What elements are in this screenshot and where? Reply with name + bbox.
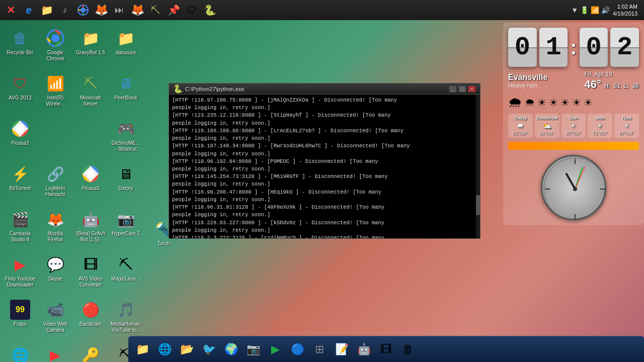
taskbar-film-icon[interactable]: 🎞 (376, 339, 396, 359)
taskbar-folder-icon[interactable]: 📁 (132, 339, 152, 359)
taskbar-folder2-icon[interactable]: 📂 (177, 339, 197, 359)
forecast-tomorrow: Tomorrow ⛅ 61°/41° (535, 114, 559, 138)
dxtory-icon[interactable]: 🖥 Dxtory (108, 161, 143, 206)
forecast-mon: Mon ☀ 71°/55° (588, 114, 612, 138)
terminal-line: [HTTP !119.2.3.222:3128 ] - [rjdiNmRUcD … (172, 234, 473, 238)
svg-point-20 (573, 187, 577, 191)
taskbar-globe-icon[interactable]: 🌍 (221, 339, 241, 359)
gateway-icon[interactable]: 🌐 Gateway Registration (3, 342, 38, 362)
desktop-icons-area: 🗑 Recycle Bin Google Chrome 📁 GravyBot 1… (0, 23, 146, 332)
peerblock-icon[interactable]: 🖥 PeerBlock (108, 70, 143, 116)
intel-icon[interactable]: 📶 Intel(R) Wirele... (38, 70, 73, 116)
svg-line-17 (567, 174, 575, 189)
cain-icon[interactable]: 🔑 Cain (73, 342, 108, 362)
avs-icon[interactable]: 🎞 AVS Video Converter (73, 251, 108, 297)
wifi-icon: 📶 (591, 6, 599, 14)
logmein-icon[interactable]: 🔗 LogMeIn Hamachi (38, 161, 73, 206)
svg-point-1 (80, 8, 86, 13)
picasa-icon[interactable]: Picasa3 (3, 116, 38, 161)
terminal-line: people logging in, retry soon.] (172, 150, 473, 158)
chrome-desktop-icon[interactable]: Google Chrome (38, 25, 73, 70)
folder-taskbar-icon[interactable]: 📁 (39, 2, 55, 18)
taskbar-note-icon[interactable]: 📝 (332, 339, 352, 359)
recycle-bin-icon[interactable]: 🗑 Recycle Bin (3, 25, 38, 70)
weather-info: Evansville Heavy rain Fri, Apr 19 46° H:… (508, 71, 639, 91)
ie-icon[interactable]: e (21, 2, 37, 18)
forecast-sun: Sun ☀ 67°/50° (561, 114, 586, 138)
flvto2-icon[interactable]: ▶ Flvto Youtube (38, 342, 73, 362)
close-icon[interactable]: ✕ (3, 2, 19, 18)
sun-icon2: ☀ (549, 97, 558, 109)
volume-icon: 🔊 (601, 6, 610, 14)
rain-icon2: 🌧 (525, 97, 535, 108)
avg-icon[interactable]: 🛡 AVG 2013 (3, 70, 38, 116)
mediahuman-icon[interactable]: 🎵 MediaHuman YouTube to... (108, 297, 143, 342)
taskbar-bottom: 📁 🌐 📂 🐦 🌍 📷 ▶ 🔵 ⊞ 📝 🤖 🎞 🗑 (128, 336, 644, 362)
taskbar-bird-icon[interactable]: 🐦 (199, 339, 219, 359)
music-icon[interactable]: ♪ (57, 2, 73, 18)
fraps-icon[interactable]: 99 Fraps (3, 297, 38, 342)
taskbar-browser-icon[interactable]: 🌐 (154, 339, 175, 359)
clock-face (542, 156, 608, 222)
dropdown-icon[interactable]: ▼ (571, 6, 578, 14)
flvto-icon[interactable]: ▶ Flvto Youtube Downloader (3, 251, 38, 297)
taskbar-android-icon[interactable]: 🤖 (354, 339, 374, 359)
stamp-icon[interactable]: 📌 (166, 2, 182, 18)
hypercam-icon[interactable]: 📷 HyperCam 2 (108, 206, 143, 251)
weather-forecast: Today 🌧 51°/36° Tomorrow ⛅ 61°/41° Sun ☀… (508, 114, 639, 138)
terminal-line: people logging in, retry soon.] (172, 211, 473, 219)
bittorrent-icon[interactable]: ⚡ BitTorrent (3, 161, 38, 206)
taskbar-media-icon[interactable]: ▶ (265, 339, 285, 359)
terminal-line: [HTTP !119.145.254.73:3128 ] - [M619RGfF… (172, 173, 473, 180)
chrome-taskbar-icon[interactable] (75, 2, 91, 18)
taskbar-trash-icon[interactable]: 🗑 (398, 339, 418, 359)
firefox-desktop-icon[interactable]: 🦊 Mozilla Firefox (38, 206, 73, 251)
terminal-line: people logging in, retry soon.] (172, 227, 473, 234)
python-taskbar-icon[interactable]: 🐍 (202, 2, 218, 18)
minimize-button[interactable]: _ (449, 85, 457, 93)
firefox2-taskbar-icon[interactable]: 🦊 (129, 2, 145, 18)
terminal-line: [HTTP !118.96.31.91:3128 ] - [40F0eXU9k … (172, 204, 473, 211)
terminal-line: people logging in, retry soon.] (172, 165, 473, 173)
terminal-output[interactable]: [HTTP !118.97.180.75:8080 ] - [jMAlQnZZX… (169, 95, 476, 238)
datsauce-icon[interactable]: 📁 datsauce (108, 25, 143, 70)
taskbar-circle-icon[interactable]: 🔵 (287, 339, 307, 359)
taskbar-camera-icon[interactable]: 📷 (243, 339, 263, 359)
forecast-today: Today 🌧 51°/36° (508, 114, 533, 138)
taskbar-grid-icon[interactable]: ⊞ (309, 339, 330, 359)
terminal-line: [HTTP !118.96.192.84:8080 ] - [P9MEOC ] … (172, 158, 473, 165)
minecraft-server-icon[interactable]: ⛏ Minecraft Server (73, 70, 108, 116)
system-tray: ▼ 🔋 📶 🔊 1:02 AM 4/19/2013 (571, 3, 641, 18)
sun-icon4: ☀ (572, 97, 581, 109)
weather-widget: 0 1 : 0 2 Evansville Heavy rain Fri, Apr… (503, 23, 644, 225)
scroll-thumb[interactable] (476, 195, 480, 215)
svg-line-19 (575, 166, 585, 189)
analog-clock (541, 155, 606, 220)
terminal-line: people logging in, retry soon.] (172, 104, 473, 112)
terminal-line: people logging in, retry soon.] (172, 196, 473, 204)
gravybot-icon[interactable]: 📁 GravyBot 1.5 (73, 25, 108, 70)
terminal-line: people logging in, retry soon.] (172, 135, 473, 142)
battery-icon: 🔋 (580, 6, 589, 14)
terminal-line: [HTTP !119.228.63.227:8080 ] - [kSDdv0z … (172, 219, 473, 227)
skip-icon[interactable]: ⏭ (111, 2, 127, 18)
minecraft-taskbar-icon[interactable]: ⛏ (147, 2, 164, 18)
terminal-body: [HTTP !118.97.180.75:8080 ] - [jMAlQnZZX… (169, 95, 480, 238)
shield-taskbar-icon[interactable]: 🛡 (184, 2, 200, 18)
terminal-line: [HTTP !119.186.160.86:8080 ] - [LrAcEL0L… (172, 127, 473, 135)
terminal-window[interactable]: 🐍 C:\Python27\python.exe _ □ × [HTTP !11… (169, 83, 480, 239)
firefox-taskbar-icon[interactable]: 🦊 (93, 2, 109, 18)
magiclauncher-icon[interactable]: ⛏ MagicLaun... (108, 251, 143, 297)
gravybot2-icon[interactable]: 🤖 -[Beta] GrAvY Bot [1.5]- (73, 206, 108, 251)
terminal-scrollbar[interactable] (476, 95, 480, 238)
picasa2-icon[interactable]: Picasa3 (73, 161, 108, 206)
camtasia-icon[interactable]: 🎬 Camtasia Studio 8 (3, 206, 38, 251)
bandicam-icon[interactable]: 🔴 Bandicam (73, 297, 108, 342)
maximize-button[interactable]: □ (458, 85, 466, 93)
weather-condition: Heavy rain (508, 82, 547, 89)
desume-icon[interactable]: 🎮 DeSmuME... - Shortcut (108, 116, 143, 161)
videocam-icon[interactable]: 📹 Video Web Camera (38, 297, 73, 342)
terminal-close-button[interactable]: × (468, 85, 476, 93)
skype-icon[interactable]: 💬 Skype (38, 251, 73, 297)
terminal-line: [HTTP !119.187.148.34:8000 ] - [RwrXodcU… (172, 142, 473, 150)
